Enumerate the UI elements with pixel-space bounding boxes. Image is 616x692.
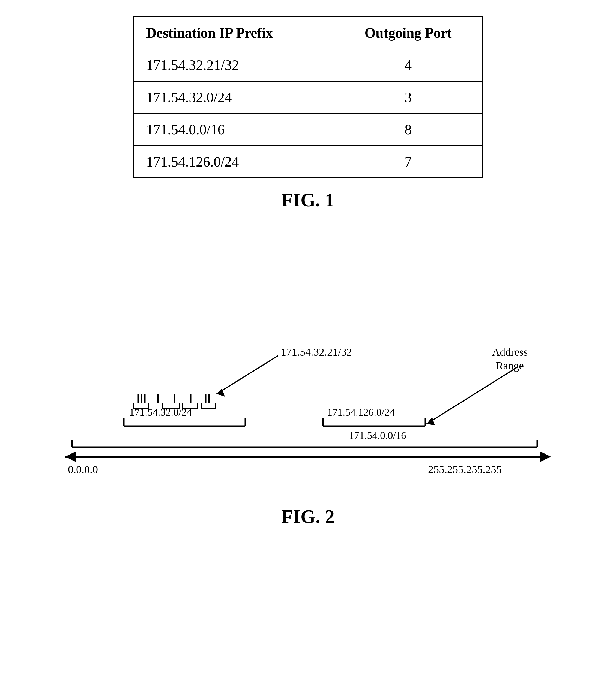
svg-marker-1: [65, 451, 76, 462]
svg-line-34: [427, 366, 518, 424]
svg-marker-2: [540, 451, 551, 462]
table-row: 171.54.0.0/168: [134, 113, 482, 146]
table-row: 171.54.126.0/247: [134, 146, 482, 178]
fig2-caption: FIG. 2: [282, 506, 334, 528]
fig2-svg: 0.0.0.0 255.255.255.255 171.54.0.0/16 17…: [49, 249, 567, 495]
port-cell: 3: [334, 81, 482, 113]
dest-ip-cell: 171.54.32.21/32: [134, 49, 334, 81]
dest-ip-cell: 171.54.0.0/16: [134, 113, 334, 146]
addr-end-label: 255.255.255.255: [428, 463, 502, 476]
address-range-label-line2: Range: [496, 359, 524, 372]
col-header-port: Outgoing Port: [334, 17, 482, 49]
routing-table: Destination IP Prefix Outgoing Port 171.…: [133, 16, 483, 178]
table-row: 171.54.32.21/324: [134, 49, 482, 81]
svg-line-32: [217, 356, 278, 394]
addr-0-16-label: 171.54.0.0/16: [349, 430, 406, 441]
port-cell: 8: [334, 113, 482, 146]
port-cell: 4: [334, 49, 482, 81]
dest-ip-cell: 171.54.126.0/24: [134, 146, 334, 178]
fig1-caption: FIG. 1: [282, 189, 334, 211]
col-header-dest-ip: Destination IP Prefix: [134, 17, 334, 49]
dest-ip-cell: 171.54.32.0/24: [134, 81, 334, 113]
fig2-section: 0.0.0.0 255.255.255.255 171.54.0.0/16 17…: [49, 249, 567, 528]
addr-start-label: 0.0.0.0: [68, 463, 98, 476]
svg-marker-35: [427, 417, 435, 425]
addr-126-0-label: 171.54.126.0/24: [327, 406, 395, 418]
address-range-label-line1: Address: [492, 346, 528, 358]
port-cell: 7: [334, 146, 482, 178]
fig1-section: Destination IP Prefix Outgoing Port 171.…: [117, 16, 499, 211]
addr-32-21-label: 171.54.32.21/32: [281, 346, 352, 358]
fig2-diagram: 0.0.0.0 255.255.255.255 171.54.0.0/16 17…: [49, 249, 567, 495]
table-row: 171.54.32.0/243: [134, 81, 482, 113]
